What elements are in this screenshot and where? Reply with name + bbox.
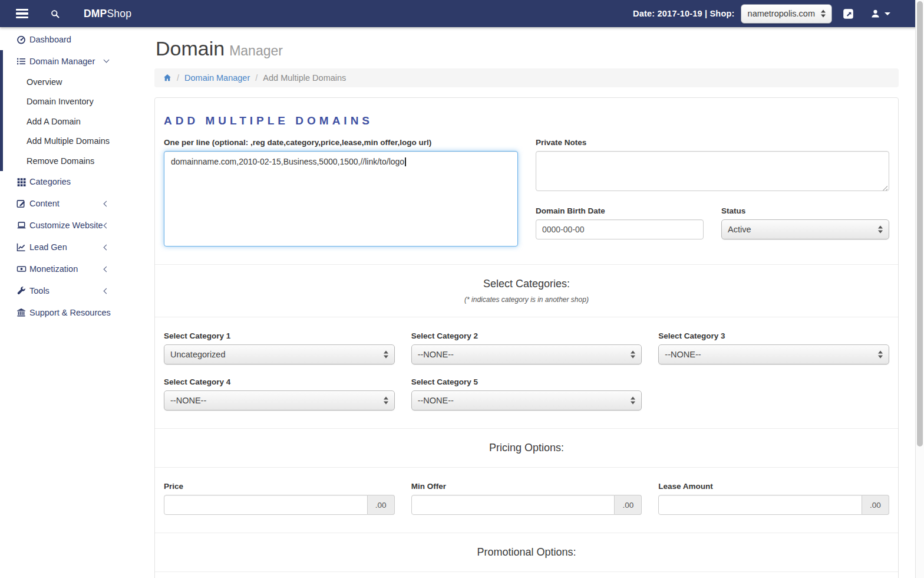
select-updown-icon: [878, 226, 883, 234]
sidebar-subitem-add-a-domain[interactable]: Add A Domain: [3, 111, 154, 132]
sidebar-item-label: Tools: [29, 286, 50, 295]
main-content: DomainManager / Domain Manager / Add Mul…: [154, 27, 899, 578]
birth-date-label: Domain Birth Date: [536, 206, 704, 215]
sidebar-item-label: Content: [29, 199, 60, 208]
category-4-select[interactable]: --NONE--: [164, 390, 395, 410]
hamburger-menu-icon[interactable]: [16, 9, 28, 19]
sidebar-subitem-add-multiple-domains[interactable]: Add Multiple Domains: [3, 132, 154, 152]
category-2-label: Select Category 2: [411, 331, 642, 340]
private-notes-label: Private Notes: [536, 138, 889, 147]
vertical-scrollbar[interactable]: [915, 0, 924, 578]
category-1-select[interactable]: Uncategorized: [164, 344, 395, 364]
min-offer-input[interactable]: [411, 495, 615, 515]
sidebar-group-domain-manager: Domain Manager Overview Domain Inventory…: [0, 50, 154, 171]
select-updown-icon: [631, 397, 636, 405]
sidebar-item-tools[interactable]: Tools: [0, 280, 154, 302]
promo-heading-band: Promotional Options:: [155, 533, 898, 572]
sidebar-subitem-remove-domains[interactable]: Remove Domains: [3, 151, 154, 171]
sidebar-item-label: Dashboard: [29, 35, 71, 44]
categories-note: (* indicates category is in another shop…: [164, 295, 889, 304]
category-4-label: Select Category 4: [164, 377, 395, 386]
bank-icon: [16, 308, 27, 317]
domains-label: One per line (optional: ,reg date,catego…: [164, 138, 518, 147]
grid-icon: [16, 177, 27, 186]
top-navbar: DMPShop Date: 2017-10-19 | Shop: nametro…: [0, 0, 924, 27]
price-suffix: .00: [368, 495, 395, 515]
breadcrumb-current: Add Multiple Domains: [263, 73, 346, 83]
scrollbar-thumb[interactable]: [917, 1, 923, 446]
sidebar-item-lead-gen[interactable]: Lead Gen: [0, 237, 154, 258]
breadcrumb-separator: /: [255, 73, 258, 83]
lease-amount-label: Lease Amount: [658, 482, 889, 491]
sidebar-item-label: Monetization: [29, 264, 78, 274]
sidebar-subitem-overview[interactable]: Overview: [3, 72, 154, 92]
chevron-down-icon: [104, 57, 110, 63]
sidebar-item-label: Domain Manager: [29, 57, 95, 66]
sidebar-item-label: Customize Website: [29, 221, 103, 230]
sidebar-item-label: Lead Gen: [29, 242, 67, 252]
panel-heading: ADD MULTIPLE DOMAINS: [164, 114, 889, 127]
price-input[interactable]: [164, 495, 368, 515]
select-updown-icon: [384, 351, 389, 359]
money-icon: [16, 264, 27, 274]
categories-heading-band: Select Categories: (* indicates category…: [155, 265, 898, 317]
category-1-label: Select Category 1: [164, 331, 395, 340]
caret-down-icon: [885, 12, 890, 15]
chevron-left-icon: [104, 201, 110, 206]
sidebar-item-label: Support & Resources: [29, 308, 111, 317]
wrench-icon: [16, 286, 27, 295]
sidebar-item-customize-website[interactable]: Customize Website: [0, 215, 154, 237]
min-offer-suffix: .00: [615, 495, 642, 515]
sidebar-item-dashboard[interactable]: Dashboard: [0, 28, 154, 50]
category-3-label: Select Category 3: [658, 331, 889, 340]
breadcrumb-link-domain-manager[interactable]: Domain Manager: [184, 73, 250, 83]
brand-rest: Shop: [107, 8, 132, 19]
select-updown-icon: [878, 351, 883, 359]
external-link-icon[interactable]: [843, 8, 854, 19]
status-select[interactable]: Active: [721, 219, 889, 239]
birth-date-input[interactable]: [536, 219, 704, 239]
sidebar-subitem-domain-inventory[interactable]: Domain Inventory: [3, 92, 154, 112]
shop-select[interactable]: nametropolis.com: [741, 4, 832, 24]
chevron-left-icon: [104, 222, 110, 228]
sidebar-item-monetization[interactable]: Monetization: [0, 258, 154, 280]
category-3-select[interactable]: --NONE--: [658, 344, 889, 364]
navbar-date-shop-text: Date: 2017-10-19 | Shop:: [633, 9, 734, 18]
domains-textarea[interactable]: domainname.com,2010-02-15,Business,5000,…: [164, 151, 518, 247]
chevron-left-icon: [104, 266, 110, 272]
chevron-left-icon: [104, 288, 110, 294]
private-notes-textarea[interactable]: [536, 151, 889, 191]
breadcrumb: / Domain Manager / Add Multiple Domains: [154, 68, 899, 87]
shop-select-value: nametropolis.com: [748, 9, 815, 18]
sidebar-item-categories[interactable]: Categories: [0, 171, 154, 193]
sidebar-item-content[interactable]: Content: [0, 193, 154, 215]
status-label: Status: [721, 206, 889, 215]
home-icon[interactable]: [163, 74, 171, 82]
laptop-icon: [16, 221, 27, 230]
user-icon: [870, 9, 880, 18]
tachometer-icon: [16, 35, 27, 44]
chevron-left-icon: [104, 244, 110, 250]
user-menu[interactable]: [870, 9, 890, 18]
category-5-label: Select Category 5: [411, 377, 642, 386]
sidebar-item-domain-manager[interactable]: Domain Manager: [3, 50, 154, 72]
min-offer-label: Min Offer: [411, 482, 642, 491]
chart-line-icon: [16, 242, 27, 252]
promo-heading: Promotional Options:: [164, 546, 889, 559]
category-5-select[interactable]: --NONE--: [411, 390, 642, 410]
add-multiple-domains-panel: ADD MULTIPLE DOMAINS One per line (optio…: [154, 97, 899, 578]
list-icon: [16, 57, 27, 66]
sidebar-item-label: Categories: [29, 177, 71, 186]
brand-logo[interactable]: DMPShop: [84, 8, 131, 20]
select-updown-icon: [631, 351, 636, 359]
category-2-select[interactable]: --NONE--: [411, 344, 642, 364]
page-title: DomainManager: [154, 37, 899, 60]
price-label: Price: [164, 482, 395, 491]
search-icon[interactable]: [51, 9, 60, 18]
pricing-heading-band: Pricing Options:: [155, 429, 898, 467]
lease-amount-suffix: .00: [862, 495, 889, 515]
sidebar-item-support-resources[interactable]: Support & Resources: [0, 302, 154, 324]
select-updown-icon: [821, 10, 826, 18]
lease-amount-input[interactable]: [658, 495, 862, 515]
brand-bold: DMP: [84, 8, 107, 19]
